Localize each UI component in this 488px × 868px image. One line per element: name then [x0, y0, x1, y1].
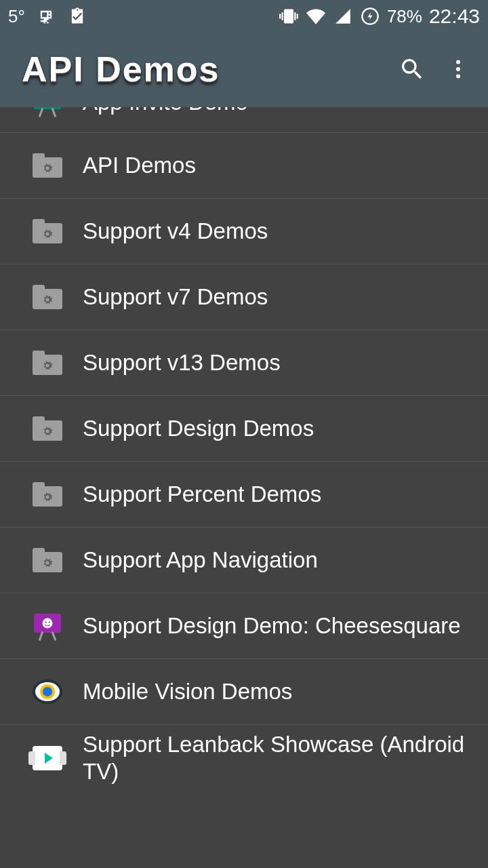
vibrate-icon — [279, 6, 299, 26]
search-button[interactable] — [396, 54, 428, 86]
list-item[interactable]: Support v4 Demos — [0, 199, 488, 264]
clock: 22:43 — [429, 5, 480, 28]
tv-icon — [33, 743, 62, 773]
list-item[interactable]: Support Percent Demos — [0, 462, 488, 528]
svg-point-1 — [456, 60, 460, 64]
list-item[interactable]: Mobile Vision Demos — [0, 659, 488, 725]
list-item-label: Support Percent Demos — [83, 481, 321, 508]
app-bar: API Demos — [0, 33, 488, 107]
app-list[interactable]: App Invite Demo API Demos Support v4 Dem… — [0, 107, 488, 868]
temperature-indicator: 5° — [8, 6, 25, 27]
list-item[interactable]: Support Design Demos — [0, 396, 488, 462]
folder-gear-icon — [33, 479, 62, 509]
battery-percent: 78% — [387, 6, 422, 27]
list-item-label: Support Leanback Showcase (Android TV) — [83, 731, 476, 785]
folder-gear-icon — [33, 216, 62, 246]
usb-debug-icon — [36, 6, 56, 26]
list-item[interactable]: Support Leanback Showcase (Android TV) — [0, 725, 488, 791]
status-right: 78% 22:43 — [279, 5, 480, 28]
list-item-label: App Invite Demo — [83, 107, 248, 115]
list-item[interactable]: Support v13 Demos — [0, 330, 488, 396]
list-item-label: API Demos — [83, 152, 196, 179]
list-item-label: Support v7 Demos — [83, 283, 268, 311]
clipboard-icon — [67, 6, 87, 26]
vision-eye-icon — [33, 677, 62, 707]
svg-point-5 — [45, 621, 46, 623]
folder-gear-icon — [33, 545, 62, 575]
svg-point-4 — [43, 618, 53, 629]
wifi-icon — [306, 6, 326, 26]
folder-gear-icon — [33, 282, 62, 312]
more-vert-icon — [446, 57, 470, 83]
status-bar: 5° 78% 22:43 — [0, 0, 488, 33]
list-item-label: Support Design Demos — [83, 415, 314, 442]
list-item[interactable]: Support v7 Demos — [0, 264, 488, 330]
folder-gear-icon — [33, 348, 62, 378]
list-item-label: Support App Navigation — [83, 547, 318, 574]
list-item-label: Support Design Demo: Cheesesquare — [83, 612, 461, 639]
folder-gear-icon — [33, 151, 62, 180]
list-item[interactable]: Support Design Demo: Cheesesquare — [0, 593, 488, 659]
list-item-label: Mobile Vision Demos — [83, 678, 292, 705]
overflow-menu-button[interactable] — [442, 54, 474, 86]
list-item[interactable]: App Invite Demo — [0, 107, 488, 133]
folder-gear-icon — [33, 414, 62, 443]
list-item-label: Support v13 Demos — [83, 349, 281, 376]
list-item[interactable]: Support App Navigation — [0, 528, 488, 593]
easel-smiley-icon — [33, 611, 62, 641]
list-item-label: Support v4 Demos — [83, 218, 268, 245]
cellular-signal-icon — [333, 6, 353, 26]
battery-charging-icon — [360, 6, 380, 26]
svg-point-3 — [456, 74, 460, 78]
page-title: API Demos — [22, 50, 382, 90]
list-item[interactable]: API Demos — [0, 133, 488, 199]
svg-point-2 — [456, 67, 460, 71]
search-icon — [399, 56, 426, 85]
status-left: 5° — [8, 6, 87, 27]
board-green-icon — [33, 107, 62, 117]
svg-point-6 — [49, 621, 50, 623]
